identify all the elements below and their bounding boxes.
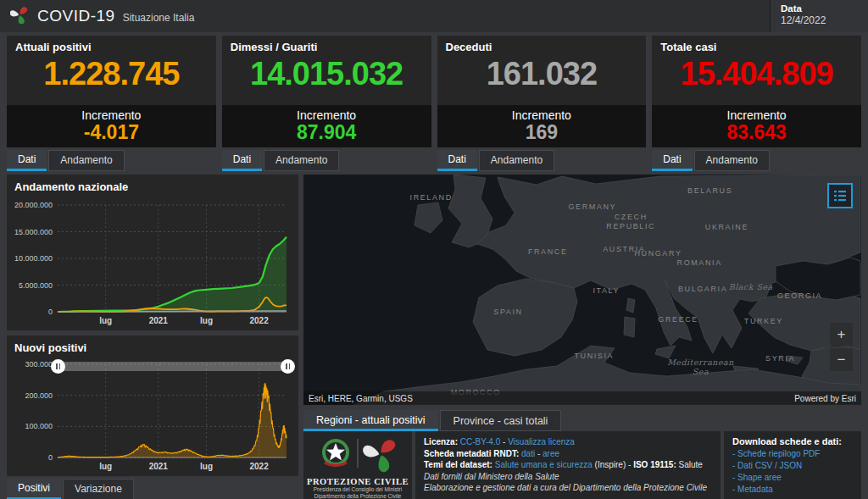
stat-cards-row: Attuali positivi 1.228.745 Incremento -4… [7,36,861,173]
date-label: Data [781,3,868,14]
time-range-slider[interactable] [58,362,288,371]
license-link[interactable]: dati [521,449,535,458]
svg-text:300.000: 300.000 [25,360,53,369]
increment-label: Incremento [7,108,216,122]
svg-text:lug: lug [200,462,213,471]
list-legend-icon [833,189,847,202]
card-value: 161.032 [437,56,647,92]
license-panel: Licenza: CC-BY-4.0 - Visualizza licenzaS… [415,431,721,499]
card-title: Dimessi / Guariti [231,41,318,53]
svg-text:15.000.000: 15.000.000 [14,228,53,236]
tab-variazione[interactable]: Variazione [63,479,134,499]
license-text: ISO 19115: [633,460,676,469]
download-link[interactable]: - Schede riepilogo PDF [732,448,861,460]
card-tabs: Dati Andamento [222,150,431,171]
map-zoom-controls: + − [830,323,853,371]
increment-value: 169 [437,121,647,144]
map-label: ROMANIA [677,258,722,267]
map-label: GEORGIA [777,291,822,300]
protezione-civile-emblem-icon [314,435,402,473]
card-value: 1.228.745 [7,56,216,92]
increment-value: 87.904 [222,121,431,144]
date-box: Data 12/4/2022 [770,0,868,32]
zoom-out-button[interactable]: − [830,348,853,371]
org-name: PROTEZIONE CIVILE [303,477,412,486]
download-links: - Schede riepilogo PDF- Dati CSV / JSON-… [732,448,861,496]
card-title: Deceduti [446,41,492,53]
org-line2: Dipartimento della Protezione Civile [303,493,412,499]
card-title: Totale casi [660,41,716,53]
increment-label: Incremento [222,108,431,122]
tab-dati[interactable]: Dati [437,150,477,171]
svg-text:5.000.000: 5.000.000 [19,281,53,290]
tab-province-casi-totali[interactable]: Province - casi totali [440,410,562,431]
map-tabs: Regioni - attuali positivi Province - ca… [303,410,561,431]
map-label: BELARUS [687,186,732,195]
license-link[interactable]: Visualizza licenza [508,437,575,446]
svg-text:0: 0 [48,453,53,462]
license-text: (Inspire) - [593,460,633,469]
bottom-left-tabs: Positivi Variazione [7,479,134,499]
tab-dati[interactable]: Dati [652,150,692,171]
legend-button[interactable] [827,183,853,208]
tab-andamento[interactable]: Andamento [694,150,770,171]
license-text: Dati forniti dal Ministero della Salute [424,472,559,481]
map-label: Mediterranean Sea [667,358,734,376]
license-text: Scheda metadati RNDT: [424,449,519,458]
svg-text:0: 0 [48,308,53,316]
license-text: - [500,437,508,446]
map-label: CZECH REPUBLIC [606,213,655,231]
increment-label: Incremento [652,108,861,122]
tab-andamento[interactable]: Andamento [48,150,124,171]
svg-text:lug: lug [200,316,213,325]
nuovi-positivi-chart: 0100.000200.000300.000lug2021lug2022 [10,358,295,473]
card-tabs: Dati Andamento [437,150,647,171]
tab-positivi[interactable]: Positivi [7,479,61,499]
slider-handle-left[interactable] [51,359,65,374]
tab-dati[interactable]: Dati [7,150,47,171]
org-line1: Presidenza del Consiglio dei Ministri [303,486,412,493]
map-label: TURKEY [744,316,783,325]
license-text: Temi del dataset: [424,460,492,469]
map-country-labels: IRELANDGERMANYBELARUSCZECH REPUBLICUKRAI… [303,175,861,405]
license-link[interactable]: CC-BY-4.0 [460,437,500,446]
zoom-in-button[interactable]: + [830,323,853,346]
map-attribution: Esri, HERE, Garmin, USGS Powered by Esri [303,391,861,405]
nuovi-positivi-panel: Nuovi positivi 0100.000200.000300.000lug… [7,335,298,476]
license-link[interactable]: aree [542,449,559,458]
license-link[interactable]: Salute umana e sicurezza [495,460,593,469]
increment-value: -4.017 [7,121,216,144]
header-bar: COVID-19 Situazione Italia Data 12/4/202… [0,0,868,32]
download-link[interactable]: - Metadata [732,484,861,496]
card-dimessi-guariti: Dimessi / Guariti 14.015.032 Incremento … [222,36,431,173]
license-line: Elaborazione e gestione dati a cura del … [424,482,721,494]
map-label: SPAIN [493,308,522,317]
map-label: HUNGARY [634,249,682,258]
map-label: GERMANY [568,202,616,211]
download-link[interactable]: - Shape aree [732,472,861,484]
license-line: Licenza: CC-BY-4.0 - Visualizza licenza [424,436,721,448]
tab-dati[interactable]: Dati [222,150,262,171]
europe-map[interactable]: IRELANDGERMANYBELARUSCZECH REPUBLICUKRAI… [303,175,861,405]
svg-text:20.000.000: 20.000.000 [14,201,53,209]
tab-andamento[interactable]: Andamento [264,150,339,171]
license-line: Dati forniti dal Ministero della Salute [424,471,721,483]
protezione-civile-logo-icon [10,5,29,27]
svg-text:2021: 2021 [149,316,169,325]
download-title: Download schede e dati: [732,436,861,446]
powered-by-esri: Powered by Esri [794,394,856,403]
app-subtitle: Situazione Italia [123,8,195,24]
slider-handle-right[interactable] [281,359,295,374]
increment-value: 83.643 [652,121,861,144]
download-link[interactable]: - Dati CSV / JSON [732,460,861,472]
tab-regioni-attuali-positivi[interactable]: Regioni - attuali positivi [303,410,438,431]
card-attuali-positivi: Attuali positivi 1.228.745 Incremento -4… [7,36,216,173]
svg-text:lug: lug [99,316,112,325]
map-label: ITALY [593,286,620,296]
license-text: Salute [676,460,703,469]
svg-text:lug: lug [99,462,112,471]
svg-text:200.000: 200.000 [25,391,53,400]
map-label: TUNISIA [574,351,614,360]
tab-andamento[interactable]: Andamento [479,150,554,171]
license-text: Elaborazione e gestione dati a cura del … [424,483,707,492]
